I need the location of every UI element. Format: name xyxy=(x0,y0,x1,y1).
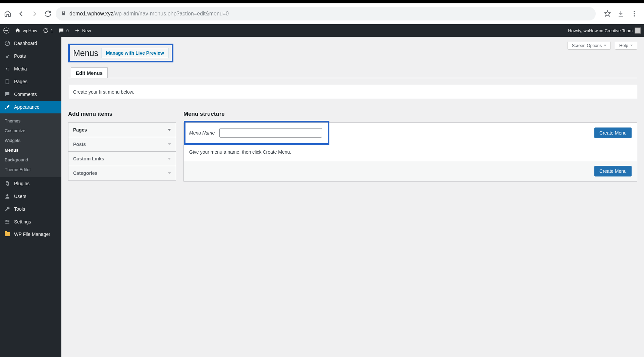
page-icon xyxy=(4,79,11,85)
user-icon xyxy=(4,193,11,199)
menu-edit-panel: Menu Name Create Menu Give your menu a n… xyxy=(183,122,637,182)
sidebar-item-media[interactable]: Media xyxy=(0,62,61,75)
wp-admin-bar: wpHow 1 0 New Howdy, wpHow.co Creative T… xyxy=(0,24,644,37)
accordion-categories[interactable]: Categories xyxy=(68,166,176,180)
back-icon[interactable] xyxy=(17,10,25,17)
svg-point-2 xyxy=(634,15,635,17)
page-title: Menus xyxy=(73,48,98,58)
add-items-heading: Add menu items xyxy=(68,111,176,117)
sidebar-item-pages[interactable]: Pages xyxy=(0,75,61,88)
plug-icon xyxy=(4,181,11,187)
chevron-down-icon xyxy=(630,45,633,46)
url-text: demo1.wphow.xyz/wp-admin/nav-menus.php?a… xyxy=(69,11,229,17)
sidebar-item-tools[interactable]: Tools xyxy=(0,203,61,215)
sidebar-item-comments[interactable]: Comments xyxy=(0,88,61,101)
chevron-down-icon xyxy=(604,45,606,46)
wrench-icon xyxy=(4,206,11,212)
page-heading-highlight: Menus Manage with Live Preview xyxy=(68,44,173,62)
comment-icon xyxy=(4,91,11,97)
gauge-icon xyxy=(4,40,11,46)
pin-icon xyxy=(4,53,11,59)
chevron-down-icon xyxy=(168,129,171,131)
nav-tabs: Edit Menus xyxy=(68,67,637,78)
lock-icon xyxy=(61,11,66,17)
chevron-down-icon xyxy=(168,172,171,174)
sidebar-item-users[interactable]: Users xyxy=(0,190,61,203)
submenu-item-theme-editor[interactable]: Theme Editor xyxy=(0,165,61,174)
svg-point-0 xyxy=(634,11,635,12)
admin-sidebar: Dashboard Posts Media Pages Comments App… xyxy=(0,37,61,357)
help-tab[interactable]: Help xyxy=(615,42,637,50)
sidebar-item-dashboard[interactable]: Dashboard xyxy=(0,37,61,50)
updates-link[interactable]: 1 xyxy=(43,28,53,34)
accordion-custom-links[interactable]: Custom Links xyxy=(68,152,176,166)
forward-icon xyxy=(31,10,38,17)
sidebar-item-posts[interactable]: Posts xyxy=(0,50,61,62)
submenu-item-themes[interactable]: Themes xyxy=(0,116,61,126)
notice: Create your first menu below. xyxy=(68,85,637,99)
tab-edit-menus[interactable]: Edit Menus xyxy=(71,67,108,78)
sidebar-item-file-manager[interactable]: WP File Manager xyxy=(0,228,61,240)
accordion: Pages Posts Custom Links Categories xyxy=(68,122,176,181)
reload-icon[interactable] xyxy=(44,10,52,17)
howdy-user[interactable]: Howdy, wpHow.co Creative Team xyxy=(568,28,641,34)
folder-icon xyxy=(4,232,11,236)
svg-point-6 xyxy=(6,194,8,196)
download-icon[interactable] xyxy=(617,10,625,17)
menu-structure-heading: Menu structure xyxy=(183,111,637,117)
chevron-down-icon xyxy=(168,143,171,145)
accordion-posts[interactable]: Posts xyxy=(68,137,176,152)
menu-instructions: Give your menu a name, then click Create… xyxy=(184,143,637,161)
submenu-item-customize[interactable]: Customize xyxy=(0,126,61,136)
browser-toolbar: demo1.wphow.xyz/wp-admin/nav-menus.php?a… xyxy=(0,3,644,24)
sidebar-item-settings[interactable]: Settings xyxy=(0,215,61,228)
wp-logo[interactable] xyxy=(3,28,9,34)
home-icon[interactable] xyxy=(4,10,11,17)
menu-name-input[interactable] xyxy=(219,128,322,138)
appearance-submenu: Themes Customize Widgets Menus Backgroun… xyxy=(0,113,61,177)
submenu-item-background[interactable]: Background xyxy=(0,155,61,165)
sidebar-item-appearance[interactable]: Appearance xyxy=(0,101,61,113)
new-link[interactable]: New xyxy=(74,28,91,34)
svg-point-1 xyxy=(634,13,635,14)
create-menu-button-top[interactable]: Create Menu xyxy=(594,128,632,138)
svg-point-5 xyxy=(6,68,7,70)
screen-options-tab[interactable]: Screen Options xyxy=(568,42,611,50)
submenu-item-menus[interactable]: Menus xyxy=(0,145,61,155)
submenu-item-widgets[interactable]: Widgets xyxy=(0,136,61,145)
star-icon[interactable] xyxy=(604,10,611,17)
manage-live-preview-button[interactable]: Manage with Live Preview xyxy=(102,48,168,58)
url-bar[interactable]: demo1.wphow.xyz/wp-admin/nav-menus.php?a… xyxy=(56,7,596,20)
accordion-pages[interactable]: Pages xyxy=(68,123,176,137)
menu-dots-icon[interactable] xyxy=(631,10,638,17)
menu-name-highlight: Menu Name xyxy=(189,128,322,138)
brush-icon xyxy=(4,104,11,110)
create-menu-button-bottom[interactable]: Create Menu xyxy=(594,166,632,176)
comments-link[interactable]: 0 xyxy=(58,28,69,34)
sliders-icon xyxy=(4,219,11,225)
chevron-down-icon xyxy=(168,158,171,160)
menu-name-label: Menu Name xyxy=(189,130,215,136)
avatar xyxy=(635,28,641,34)
sidebar-item-plugins[interactable]: Plugins xyxy=(0,177,61,190)
site-link[interactable]: wpHow xyxy=(15,28,37,34)
media-icon xyxy=(4,66,11,72)
